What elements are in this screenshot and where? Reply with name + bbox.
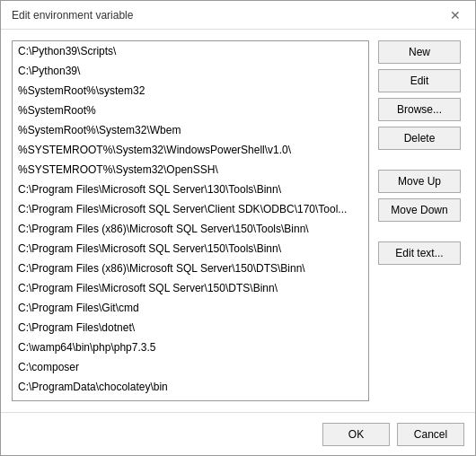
list-item[interactable]: C:\Program Files\Microsoft SQL Server\15… <box>13 278 368 298</box>
list-item[interactable]: C:\Program Files (x86)\Microsoft SQL Ser… <box>13 259 368 278</box>
footer: OK Cancel <box>1 412 475 455</box>
list-item[interactable]: C:\Program Files\dotnet\ <box>13 318 368 338</box>
close-button[interactable]: ✕ <box>446 6 464 24</box>
list-item[interactable]: C:\wamp64\bin\php\php7.3.5 <box>13 338 368 357</box>
cancel-button[interactable]: Cancel <box>397 423 464 446</box>
list-item[interactable]: %SystemRoot% <box>13 101 368 120</box>
list-item[interactable]: C:\Program Files\Microsoft SQL Server\Cl… <box>13 199 368 219</box>
delete-button[interactable]: Delete <box>378 127 461 150</box>
move-down-button[interactable]: Move Down <box>378 198 461 222</box>
list-item[interactable]: C:\ProgramData\chocolatey\bin <box>13 377 368 397</box>
spacer-2 <box>378 227 464 236</box>
list-item[interactable]: %SYSTEMROOT%\System32\OpenSSH\ <box>13 160 368 180</box>
edit-button[interactable]: Edit <box>378 69 461 92</box>
browse-button[interactable]: Browse... <box>378 98 461 121</box>
title-bar: Edit environment variable ✕ <box>1 1 475 30</box>
list-item[interactable]: C:\Program Files\nodejs\ <box>13 397 368 401</box>
content-area: C:\Python39\Scripts\C:\Python39\%SystemR… <box>1 30 475 412</box>
list-item[interactable]: C:\Python39\Scripts\ <box>13 41 368 61</box>
ok-button[interactable]: OK <box>322 423 390 446</box>
dialog-title: Edit environment variable <box>12 9 133 22</box>
list-item[interactable]: %SystemRoot%\System32\Wbem <box>13 120 368 140</box>
list-item[interactable]: C:\Program Files\Microsoft SQL Server\13… <box>13 180 368 199</box>
edit-text-button[interactable]: Edit text... <box>378 241 461 265</box>
list-item[interactable]: %SystemRoot%\system32 <box>13 81 368 101</box>
list-item[interactable]: C:\Program Files\Git\cmd <box>13 298 368 318</box>
new-button[interactable]: New <box>378 40 461 64</box>
dialog: Edit environment variable ✕ C:\Python39\… <box>0 0 476 456</box>
spacer-1 <box>378 155 464 164</box>
action-buttons-panel: New Edit Browse... Delete Move Up Move D… <box>378 40 464 401</box>
list-item[interactable]: C:\composer <box>13 357 368 377</box>
list-item[interactable]: C:\Program Files (x86)\Microsoft SQL Ser… <box>13 219 368 239</box>
list-item[interactable]: C:\Program Files\Microsoft SQL Server\15… <box>13 239 368 259</box>
list-item[interactable]: C:\Python39\ <box>13 61 368 81</box>
environment-variable-list[interactable]: C:\Python39\Scripts\C:\Python39\%SystemR… <box>12 40 369 401</box>
list-item[interactable]: %SYSTEMROOT%\System32\WindowsPowerShell\… <box>13 140 368 160</box>
move-up-button[interactable]: Move Up <box>378 170 461 193</box>
